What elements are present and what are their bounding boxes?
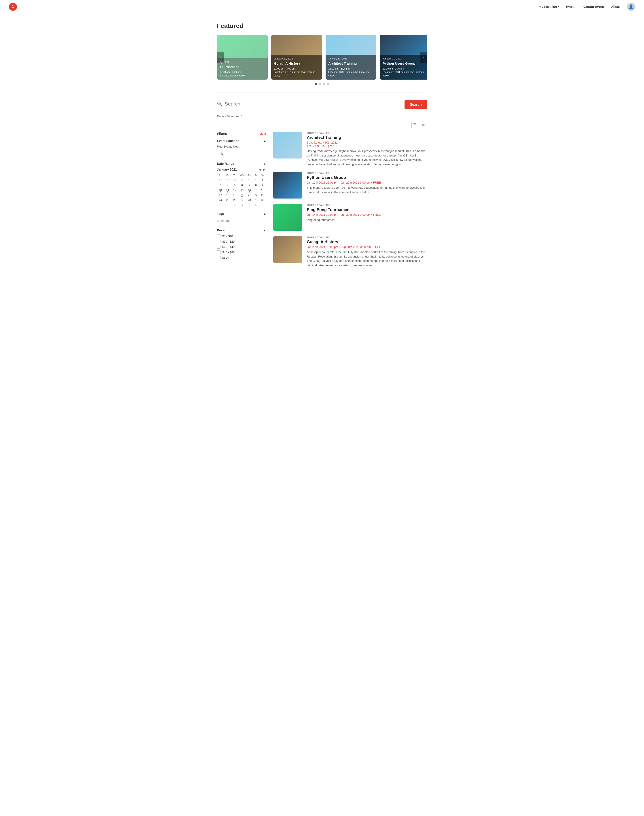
price-option-3[interactable]: $40 - $80 [217,250,266,254]
event-card-python[interactable]: MORENO VALLEY Python Users Group Jan 11t… [273,172,427,199]
calendar-day[interactable]: 18 [224,193,232,197]
calendar-day[interactable]: 31 [246,178,253,183]
calendar-day[interactable]: 2 [232,202,238,207]
carousel-dot-3[interactable] [327,83,329,86]
calendar-day[interactable]: 29 [253,197,259,202]
tags-input[interactable] [217,218,266,224]
price-checkbox-1[interactable] [217,240,221,243]
event-title-pingpong[interactable]: Ping Pong Tournament [307,207,427,212]
carousel-prev-button[interactable]: ‹ [217,52,224,63]
calendar-day[interactable]: 15 [253,188,259,193]
calendar-day[interactable]: 1 [224,202,232,207]
calendar-day[interactable]: 22 [253,193,259,197]
price-option-2[interactable]: $20 - $40 [217,245,266,249]
event-card-gulag[interactable]: MORENO VALLEY Gulag: A History Jan 20th … [273,236,427,267]
calendar-day[interactable]: 17 [217,193,224,197]
sidebar: Filters clear Event Location ▲ Find Even… [217,132,266,264]
calendar-day[interactable]: 30 [259,197,266,202]
carousel-card-0[interactable]: April 2021 Tournament 12:00 pm - 3:00 pm… [217,35,268,80]
calendar-day[interactable]: 2 [259,178,266,183]
calendar-day[interactable]: 6 [238,183,246,188]
location-search-input[interactable] [225,152,264,155]
calendar-day[interactable]: 27 [238,197,246,202]
calendar-day[interactable]: 24 [217,197,224,202]
calendar-day[interactable]: 27 [217,178,224,183]
grid-view-button[interactable]: ⊞ [420,122,427,128]
calendar-day[interactable]: 16 [259,188,266,193]
price-option-0[interactable]: $0 - $10 [217,234,266,238]
site-logo[interactable]: C [9,3,17,11]
filter-price-header[interactable]: Price ▲ [217,228,266,232]
calendar-day[interactable]: 3 [238,202,246,207]
filter-date-header[interactable]: Date Range ▲ [217,162,266,165]
calendar-day[interactable]: 23 [259,193,266,197]
price-option-1[interactable]: $10 - $20 [217,240,266,243]
calendar-day[interactable]: 20 [238,193,246,197]
carousel-wrapper: ‹ April 2021 Tournament 12:00 pm - 3:00 … [217,35,427,80]
carousel-dot-1[interactable] [319,83,321,86]
calendar-next-button[interactable]: ▶ [262,168,266,171]
price-checkbox-3[interactable] [217,250,221,254]
carousel-card-2[interactable]: January 10, 2021 Architect Training 12:0… [325,35,376,80]
nav-avatar[interactable]: 👤 [627,3,635,11]
calendar-day[interactable]: 6 [259,202,266,207]
event-body-architect: MORENO VALLEY Architect Training Sun, Ja… [307,132,427,166]
nav-create-event[interactable]: Create Event [583,5,604,9]
calendar-day[interactable]: 19 [232,193,238,197]
event-body-gulag: MORENO VALLEY Gulag: A History Jan 20th … [307,236,427,267]
nav-about[interactable]: About [611,5,620,9]
list-view-button[interactable]: ☰ [411,122,419,128]
filter-tags-header[interactable]: Tags ▲ [217,212,266,216]
calendar-day[interactable]: 8 [253,183,259,188]
calendar-day[interactable]: 29 [232,178,238,183]
price-option-4[interactable]: $80+ [217,256,266,259]
event-title-architect[interactable]: Architect Training [307,135,427,140]
calendar-day[interactable]: 21 [246,193,253,197]
carousel-card-1[interactable]: January 20, 2021 Gulag: A History 12:00 … [271,35,322,80]
event-card-pingpong[interactable]: MORENO VALLEY Ping Pong Tournament Jan 1… [273,204,427,231]
price-checkbox-4[interactable] [217,256,221,259]
calendar-day[interactable]: 25 [224,197,232,202]
nav-location[interactable]: My Location ▾ [539,5,559,9]
event-title-gulag[interactable]: Gulag: A History [307,240,427,244]
calendar-day[interactable]: 7 [246,183,253,188]
calendar-day[interactable]: 26 [232,197,238,202]
chevron-up-icon: ▲ [264,139,266,142]
calendar-day[interactable]: 31 [217,202,224,207]
calendar-day[interactable]: 28 [224,178,232,183]
event-date-pingpong: Jan 14th 2021 12:00 pm - Jun 30th 2021 3… [307,213,427,216]
calendar-prev-button[interactable]: ◀ [258,168,262,171]
calendar-day[interactable]: 4 [246,202,253,207]
carousel-dot-0[interactable] [315,83,317,86]
calendar-day[interactable]: 9 [259,183,266,188]
calendar-day[interactable]: 1 [253,178,259,183]
search-input[interactable] [225,101,402,107]
event-image-bg-gulag [273,236,302,263]
calendar-day[interactable]: 11 [224,188,232,193]
nav-events[interactable]: Events [566,5,576,9]
event-title-python[interactable]: Python Users Group [307,175,427,180]
filter-location-header[interactable]: Event Location ▲ [217,139,266,142]
card-overlay-0: April 2021 Tournament 12:00 pm - 3:00 pm… [217,58,268,80]
cal-header-tu: Tu [232,173,238,178]
calendar-day[interactable]: 5 [253,202,259,207]
calendar-day[interactable]: 14 [246,188,253,193]
calendar-day[interactable]: 28 [246,197,253,202]
calendar-day[interactable]: 13 [238,188,246,193]
calendar-day[interactable]: 10 [217,188,224,193]
price-checkbox-2[interactable] [217,245,221,249]
event-location-architect: MORENO VALLEY [307,132,427,134]
carousel-next-button[interactable]: › [420,52,427,63]
calendar-day[interactable]: 3 [217,183,224,188]
calendar-day[interactable]: 5 [232,183,238,188]
search-bar: 🔍 Search [217,100,427,109]
price-checkbox-0[interactable] [217,234,221,238]
carousel-dot-2[interactable] [323,83,325,86]
date-chevron-up-icon: ▲ [264,162,266,165]
calendar-day[interactable]: 4 [224,183,232,188]
clear-filters-button[interactable]: clear [260,132,266,135]
calendar-day[interactable]: 12 [232,188,238,193]
search-button[interactable]: Search [405,100,427,109]
event-card-architect[interactable]: MORENO VALLEY Architect Training Sun, Ja… [273,132,427,166]
calendar-day[interactable]: 30 [238,178,246,183]
